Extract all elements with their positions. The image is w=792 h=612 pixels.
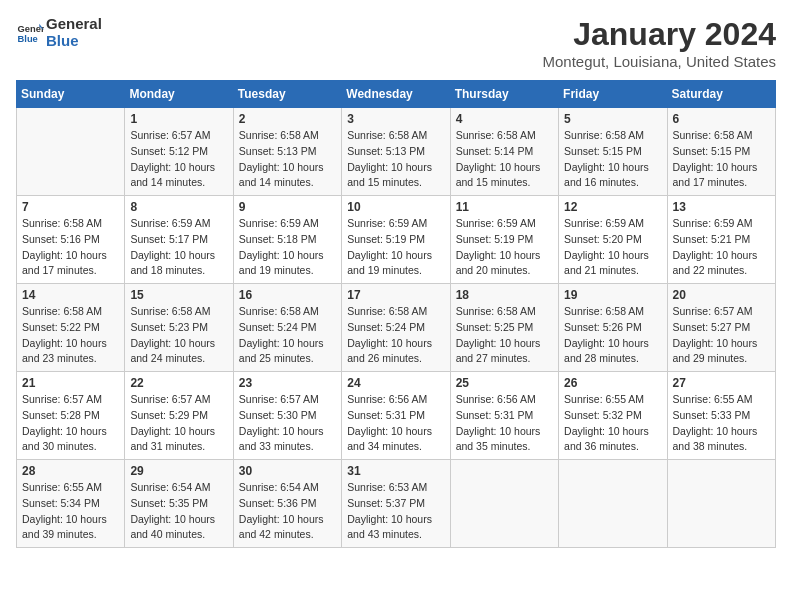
calendar-cell: 24Sunrise: 6:56 AMSunset: 5:31 PMDayligh… xyxy=(342,372,450,460)
day-info: Sunrise: 6:56 AMSunset: 5:31 PMDaylight:… xyxy=(347,392,444,455)
logo-icon: General Blue xyxy=(16,19,44,47)
calendar-cell: 17Sunrise: 6:58 AMSunset: 5:24 PMDayligh… xyxy=(342,284,450,372)
day-info: Sunrise: 6:57 AMSunset: 5:12 PMDaylight:… xyxy=(130,128,227,191)
day-info: Sunrise: 6:55 AMSunset: 5:34 PMDaylight:… xyxy=(22,480,119,543)
day-info: Sunrise: 6:59 AMSunset: 5:18 PMDaylight:… xyxy=(239,216,336,279)
day-info: Sunrise: 6:58 AMSunset: 5:14 PMDaylight:… xyxy=(456,128,553,191)
calendar-cell: 20Sunrise: 6:57 AMSunset: 5:27 PMDayligh… xyxy=(667,284,775,372)
calendar-cell: 28Sunrise: 6:55 AMSunset: 5:34 PMDayligh… xyxy=(17,460,125,548)
calendar-cell: 4Sunrise: 6:58 AMSunset: 5:14 PMDaylight… xyxy=(450,108,558,196)
calendar-week-row: 7Sunrise: 6:58 AMSunset: 5:16 PMDaylight… xyxy=(17,196,776,284)
page-header: General Blue General Blue January 2024 M… xyxy=(16,16,776,70)
calendar-table: SundayMondayTuesdayWednesdayThursdayFrid… xyxy=(16,80,776,548)
day-info: Sunrise: 6:57 AMSunset: 5:29 PMDaylight:… xyxy=(130,392,227,455)
calendar-week-row: 21Sunrise: 6:57 AMSunset: 5:28 PMDayligh… xyxy=(17,372,776,460)
calendar-week-row: 14Sunrise: 6:58 AMSunset: 5:22 PMDayligh… xyxy=(17,284,776,372)
day-info: Sunrise: 6:54 AMSunset: 5:36 PMDaylight:… xyxy=(239,480,336,543)
logo-text-general: General xyxy=(46,16,102,33)
col-header-saturday: Saturday xyxy=(667,81,775,108)
day-number: 18 xyxy=(456,288,553,302)
day-number: 19 xyxy=(564,288,661,302)
calendar-week-row: 28Sunrise: 6:55 AMSunset: 5:34 PMDayligh… xyxy=(17,460,776,548)
day-info: Sunrise: 6:58 AMSunset: 5:15 PMDaylight:… xyxy=(564,128,661,191)
day-number: 2 xyxy=(239,112,336,126)
day-info: Sunrise: 6:59 AMSunset: 5:21 PMDaylight:… xyxy=(673,216,770,279)
day-info: Sunrise: 6:58 AMSunset: 5:16 PMDaylight:… xyxy=(22,216,119,279)
day-info: Sunrise: 6:58 AMSunset: 5:24 PMDaylight:… xyxy=(347,304,444,367)
day-number: 6 xyxy=(673,112,770,126)
calendar-cell: 25Sunrise: 6:56 AMSunset: 5:31 PMDayligh… xyxy=(450,372,558,460)
calendar-cell: 16Sunrise: 6:58 AMSunset: 5:24 PMDayligh… xyxy=(233,284,341,372)
day-number: 22 xyxy=(130,376,227,390)
col-header-wednesday: Wednesday xyxy=(342,81,450,108)
day-info: Sunrise: 6:58 AMSunset: 5:23 PMDaylight:… xyxy=(130,304,227,367)
calendar-cell: 15Sunrise: 6:58 AMSunset: 5:23 PMDayligh… xyxy=(125,284,233,372)
main-title: January 2024 xyxy=(543,16,776,53)
calendar-cell: 23Sunrise: 6:57 AMSunset: 5:30 PMDayligh… xyxy=(233,372,341,460)
day-number: 17 xyxy=(347,288,444,302)
day-number: 28 xyxy=(22,464,119,478)
day-number: 24 xyxy=(347,376,444,390)
calendar-cell xyxy=(450,460,558,548)
day-info: Sunrise: 6:55 AMSunset: 5:33 PMDaylight:… xyxy=(673,392,770,455)
day-info: Sunrise: 6:58 AMSunset: 5:13 PMDaylight:… xyxy=(347,128,444,191)
logo: General Blue General Blue xyxy=(16,16,102,49)
calendar-cell: 6Sunrise: 6:58 AMSunset: 5:15 PMDaylight… xyxy=(667,108,775,196)
col-header-friday: Friday xyxy=(559,81,667,108)
day-number: 11 xyxy=(456,200,553,214)
calendar-cell: 21Sunrise: 6:57 AMSunset: 5:28 PMDayligh… xyxy=(17,372,125,460)
day-number: 16 xyxy=(239,288,336,302)
day-info: Sunrise: 6:58 AMSunset: 5:15 PMDaylight:… xyxy=(673,128,770,191)
day-number: 23 xyxy=(239,376,336,390)
calendar-cell: 14Sunrise: 6:58 AMSunset: 5:22 PMDayligh… xyxy=(17,284,125,372)
calendar-cell: 29Sunrise: 6:54 AMSunset: 5:35 PMDayligh… xyxy=(125,460,233,548)
day-info: Sunrise: 6:56 AMSunset: 5:31 PMDaylight:… xyxy=(456,392,553,455)
day-number: 4 xyxy=(456,112,553,126)
day-number: 8 xyxy=(130,200,227,214)
day-number: 14 xyxy=(22,288,119,302)
day-number: 27 xyxy=(673,376,770,390)
day-info: Sunrise: 6:58 AMSunset: 5:13 PMDaylight:… xyxy=(239,128,336,191)
calendar-cell: 11Sunrise: 6:59 AMSunset: 5:19 PMDayligh… xyxy=(450,196,558,284)
day-number: 25 xyxy=(456,376,553,390)
day-number: 15 xyxy=(130,288,227,302)
day-number: 31 xyxy=(347,464,444,478)
day-number: 9 xyxy=(239,200,336,214)
calendar-cell xyxy=(17,108,125,196)
day-number: 13 xyxy=(673,200,770,214)
day-number: 1 xyxy=(130,112,227,126)
day-info: Sunrise: 6:59 AMSunset: 5:17 PMDaylight:… xyxy=(130,216,227,279)
day-info: Sunrise: 6:58 AMSunset: 5:26 PMDaylight:… xyxy=(564,304,661,367)
calendar-cell: 30Sunrise: 6:54 AMSunset: 5:36 PMDayligh… xyxy=(233,460,341,548)
calendar-cell: 5Sunrise: 6:58 AMSunset: 5:15 PMDaylight… xyxy=(559,108,667,196)
day-info: Sunrise: 6:54 AMSunset: 5:35 PMDaylight:… xyxy=(130,480,227,543)
calendar-cell: 26Sunrise: 6:55 AMSunset: 5:32 PMDayligh… xyxy=(559,372,667,460)
day-number: 21 xyxy=(22,376,119,390)
day-info: Sunrise: 6:53 AMSunset: 5:37 PMDaylight:… xyxy=(347,480,444,543)
col-header-tuesday: Tuesday xyxy=(233,81,341,108)
calendar-cell: 27Sunrise: 6:55 AMSunset: 5:33 PMDayligh… xyxy=(667,372,775,460)
calendar-cell: 10Sunrise: 6:59 AMSunset: 5:19 PMDayligh… xyxy=(342,196,450,284)
day-number: 12 xyxy=(564,200,661,214)
svg-text:Blue: Blue xyxy=(18,34,38,44)
calendar-cell xyxy=(667,460,775,548)
day-info: Sunrise: 6:59 AMSunset: 5:19 PMDaylight:… xyxy=(347,216,444,279)
day-number: 20 xyxy=(673,288,770,302)
subtitle: Montegut, Louisiana, United States xyxy=(543,53,776,70)
day-info: Sunrise: 6:57 AMSunset: 5:30 PMDaylight:… xyxy=(239,392,336,455)
calendar-cell: 8Sunrise: 6:59 AMSunset: 5:17 PMDaylight… xyxy=(125,196,233,284)
calendar-cell: 9Sunrise: 6:59 AMSunset: 5:18 PMDaylight… xyxy=(233,196,341,284)
calendar-cell: 7Sunrise: 6:58 AMSunset: 5:16 PMDaylight… xyxy=(17,196,125,284)
calendar-cell xyxy=(559,460,667,548)
day-info: Sunrise: 6:57 AMSunset: 5:27 PMDaylight:… xyxy=(673,304,770,367)
calendar-header-row: SundayMondayTuesdayWednesdayThursdayFrid… xyxy=(17,81,776,108)
day-info: Sunrise: 6:58 AMSunset: 5:22 PMDaylight:… xyxy=(22,304,119,367)
calendar-cell: 31Sunrise: 6:53 AMSunset: 5:37 PMDayligh… xyxy=(342,460,450,548)
day-info: Sunrise: 6:58 AMSunset: 5:24 PMDaylight:… xyxy=(239,304,336,367)
day-number: 30 xyxy=(239,464,336,478)
calendar-week-row: 1Sunrise: 6:57 AMSunset: 5:12 PMDaylight… xyxy=(17,108,776,196)
day-info: Sunrise: 6:55 AMSunset: 5:32 PMDaylight:… xyxy=(564,392,661,455)
day-info: Sunrise: 6:59 AMSunset: 5:19 PMDaylight:… xyxy=(456,216,553,279)
col-header-sunday: Sunday xyxy=(17,81,125,108)
calendar-cell: 22Sunrise: 6:57 AMSunset: 5:29 PMDayligh… xyxy=(125,372,233,460)
